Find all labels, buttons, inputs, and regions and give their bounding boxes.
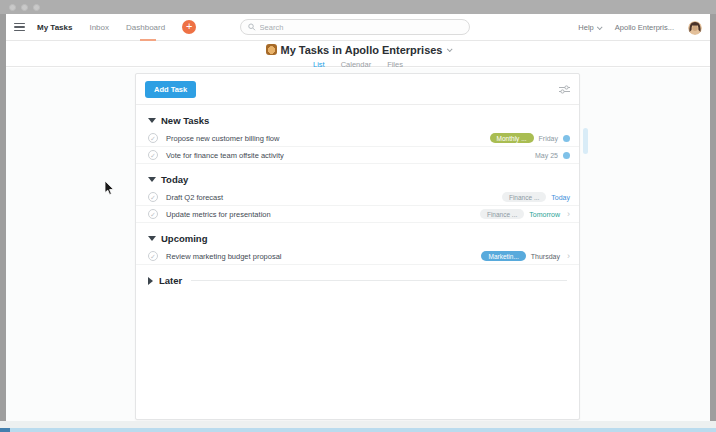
avatar-image (688, 21, 702, 35)
user-avatar[interactable] (688, 21, 702, 35)
task-list-toolbar: Add Task (136, 74, 579, 105)
filter-sliders-icon[interactable] (559, 85, 570, 94)
app-window: My Tasks Inbox Dashboard + Help Apollo E… (6, 14, 710, 421)
check-circle-icon[interactable]: ✓ (148, 209, 158, 219)
workspace-menu[interactable]: Apollo Enterpris... (615, 23, 674, 32)
task-meta: Marketin...Thursday› (481, 251, 570, 261)
task-row[interactable]: ✓Vote for finance team offsite activityM… (136, 147, 579, 164)
video-progress-fill (0, 428, 10, 432)
task-row[interactable]: ✓Update metrics for presentationFinance … (136, 206, 579, 223)
page-title: My Tasks in Apollo Enterprises (281, 44, 443, 56)
nav-right-cluster: Help Apollo Enterpris... (578, 14, 702, 41)
nav-inbox[interactable]: Inbox (89, 23, 109, 32)
project-tag[interactable]: Marketin... (481, 251, 525, 261)
project-tag[interactable]: Monthly ... (490, 133, 534, 143)
project-tag[interactable]: Finance ... (502, 192, 546, 202)
os-titlebar (0, 0, 716, 14)
check-circle-icon[interactable]: ✓ (148, 192, 158, 202)
task-meta: Finance ...Tomorrow› (480, 209, 570, 219)
task-title: Vote for finance team offsite activity (166, 151, 284, 160)
task-meta: Monthly ...Friday (490, 133, 570, 143)
section-title: Later (159, 275, 182, 286)
section-header-later[interactable]: Later (136, 265, 579, 290)
nav-dashboard[interactable]: Dashboard (126, 23, 165, 32)
menu-icon[interactable] (14, 23, 25, 32)
close-window-button[interactable] (9, 4, 16, 11)
section-title: New Tasks (161, 115, 209, 126)
due-date: Today (551, 194, 570, 201)
task-meta: Finance ...Today (502, 192, 570, 202)
search-icon (248, 23, 256, 31)
project-tag[interactable]: Finance ... (480, 209, 524, 219)
workspace-emoji-icon (266, 44, 277, 55)
caret-down-icon (148, 236, 156, 241)
task-title: Update metrics for presentation (166, 210, 271, 219)
task-title: Propose new customer billing flow (166, 134, 279, 143)
task-row[interactable]: ✓Review marketing budget proposalMarketi… (136, 248, 579, 265)
page-header: My Tasks in Apollo Enterprises List Cale… (6, 41, 710, 67)
due-date: Friday (539, 135, 558, 142)
caret-right-icon (148, 277, 153, 285)
maximize-window-button[interactable] (33, 4, 40, 11)
check-circle-icon[interactable]: ✓ (148, 133, 158, 143)
check-circle-icon[interactable]: ✓ (148, 251, 158, 261)
caret-down-icon (148, 118, 156, 123)
chevron-right-icon: › (567, 210, 570, 219)
task-row[interactable]: ✓Propose new customer billing flowMonthl… (136, 130, 579, 147)
task-list-card: Add Task New Tasks✓Propose new customer … (135, 73, 580, 420)
search-bar[interactable] (240, 19, 470, 35)
chevron-right-icon: › (567, 252, 570, 261)
minimize-window-button[interactable] (21, 4, 28, 11)
caret-down-icon (148, 177, 156, 182)
section-divider (191, 280, 567, 281)
due-date: Tomorrow (529, 211, 560, 218)
chevron-down-icon (446, 46, 452, 52)
task-row[interactable]: ✓Draft Q2 forecastFinance ...Today (136, 189, 579, 206)
video-progress-track[interactable] (0, 428, 716, 432)
section-header-today[interactable]: Today (136, 164, 579, 189)
section-header-upcoming[interactable]: Upcoming (136, 223, 579, 248)
nav-my-tasks[interactable]: My Tasks (37, 23, 72, 32)
search-input[interactable] (260, 23, 462, 32)
due-date: May 25 (535, 152, 558, 159)
task-list: New Tasks✓Propose new customer billing f… (136, 105, 579, 290)
due-date: Thursday (531, 253, 560, 260)
new-indicator-dot (563, 135, 570, 142)
check-circle-icon[interactable]: ✓ (148, 150, 158, 160)
scrollbar-thumb[interactable] (583, 128, 588, 154)
section-title: Today (161, 174, 188, 185)
add-task-button[interactable]: Add Task (145, 81, 196, 98)
main-area: Add Task New Tasks✓Propose new customer … (6, 68, 710, 421)
task-title: Review marketing budget proposal (166, 252, 281, 261)
top-navigation: My Tasks Inbox Dashboard + Help Apollo E… (6, 14, 710, 41)
new-indicator-dot (563, 152, 570, 159)
section-header-new-tasks[interactable]: New Tasks (136, 105, 579, 130)
bottom-strip (0, 421, 716, 428)
help-menu[interactable]: Help (578, 23, 600, 32)
section-title: Upcoming (161, 233, 207, 244)
task-meta: May 25 (535, 152, 570, 159)
chevron-down-icon (597, 24, 603, 30)
task-title: Draft Q2 forecast (166, 193, 223, 202)
screen: { "os": { "traffic_lights": ["close", "m… (0, 0, 716, 432)
project-title-menu[interactable]: My Tasks in Apollo Enterprises (266, 44, 451, 56)
quick-add-button[interactable]: + (182, 20, 196, 34)
